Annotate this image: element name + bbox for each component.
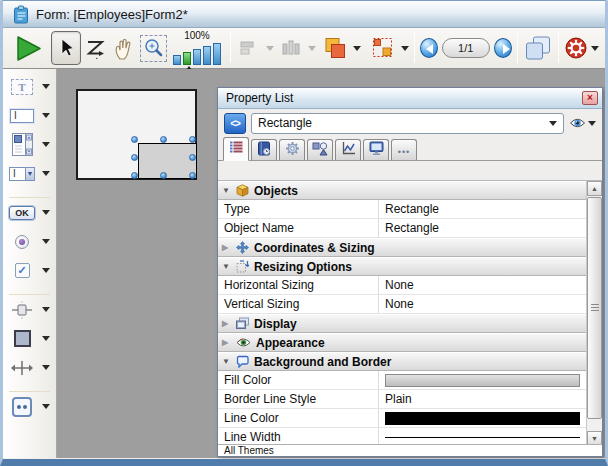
themes-footer[interactable]: All Themes	[218, 444, 602, 456]
selection-handle[interactable]	[160, 172, 167, 179]
radio-tool-icon	[9, 235, 35, 249]
tool-list-box-button[interactable]	[3, 130, 56, 159]
tool-input-dropdown[interactable]	[42, 113, 50, 118]
chart-tab-icon	[341, 141, 356, 160]
tab-properties[interactable]	[223, 137, 249, 161]
section-coordinates-sizing[interactable]: ▶Coordinates & Sizing	[218, 238, 586, 257]
selection-handle[interactable]	[131, 154, 138, 161]
property-value[interactable]: None	[378, 276, 586, 294]
tab-data[interactable]	[251, 139, 277, 160]
object-selector-combo[interactable]: Rectangle	[251, 113, 564, 134]
tool-slider-button[interactable]	[3, 295, 56, 324]
selection-handle[interactable]	[189, 136, 196, 143]
zoom-level-widget[interactable]: 100%	[173, 31, 221, 65]
layers-icon	[324, 37, 347, 59]
code-editor-button[interactable]: <>	[224, 113, 246, 134]
tool-splitter-dropdown[interactable]	[42, 365, 50, 370]
tool-plugin-dropdown[interactable]	[42, 404, 50, 409]
level-button[interactable]	[322, 31, 351, 65]
run-form-button[interactable]	[13, 31, 45, 65]
collapse-icon[interactable]: ▼	[222, 186, 231, 195]
tool-combo-box-button[interactable]: I▼	[3, 159, 56, 188]
form-canvas[interactable]: Property List × <> Rectangle	[57, 69, 605, 458]
select-tool-button[interactable]	[51, 31, 81, 65]
section-background-and-border[interactable]: ▼Background and Border	[218, 352, 586, 371]
collapse-icon[interactable]: ▼	[222, 262, 231, 271]
tool-plugin-button[interactable]	[3, 392, 56, 421]
section-appearance[interactable]: ▶Appearance	[218, 333, 586, 352]
collapse-icon[interactable]: ▼	[222, 357, 231, 366]
line-color-swatch[interactable]	[385, 412, 580, 425]
previous-page-button[interactable]	[420, 38, 438, 58]
tab-display[interactable]	[363, 139, 389, 160]
fill-color-swatch[interactable]	[385, 374, 580, 387]
pan-tool-button[interactable]	[110, 31, 139, 65]
zoom-bar-5[interactable]	[213, 43, 221, 65]
entry-order-button[interactable]	[81, 31, 110, 65]
selection-handle[interactable]	[189, 172, 196, 179]
section-display[interactable]: ▶Display	[218, 314, 586, 333]
zoom-bar-3[interactable]	[193, 49, 201, 65]
property-list-titlebar[interactable]: Property List ×	[218, 88, 602, 109]
line-width-sample[interactable]	[385, 437, 580, 438]
tool-text-dropdown[interactable]	[42, 84, 50, 89]
titlebar[interactable]: Form: [Employees]Form2*	[3, 1, 605, 28]
expand-icon[interactable]: ▶	[222, 243, 231, 252]
tool-combo-box-dropdown[interactable]	[42, 171, 50, 176]
tool-splitter-button[interactable]	[3, 353, 56, 382]
selection-handle[interactable]	[160, 136, 167, 143]
property-value[interactable]: Rectangle	[378, 219, 586, 237]
tool-radio-button-button[interactable]	[3, 227, 56, 256]
form-page[interactable]	[76, 89, 197, 180]
view-options-dropdown[interactable]	[588, 121, 596, 126]
expand-icon[interactable]: ▶	[222, 338, 231, 347]
tool-text-button[interactable]: T	[3, 72, 56, 101]
tool-checkbox-dropdown[interactable]	[42, 268, 50, 273]
expand-icon[interactable]: ▶	[222, 319, 231, 328]
zoom-bar-4[interactable]	[203, 46, 211, 65]
tab-events[interactable]	[335, 139, 361, 160]
tool-button-button[interactable]: OK	[3, 198, 56, 227]
tool-button-dropdown[interactable]	[42, 210, 50, 215]
group-button[interactable]	[369, 31, 398, 65]
tool-rectangle-button[interactable]	[3, 324, 56, 353]
tab-actions[interactable]	[279, 139, 305, 160]
tool-list-box-dropdown[interactable]	[42, 142, 50, 147]
tool-slider-dropdown[interactable]	[42, 307, 50, 312]
tab-more[interactable]: •••	[391, 139, 417, 160]
selection-handle[interactable]	[189, 154, 196, 161]
tool-checkbox-button[interactable]: ✓	[3, 256, 56, 285]
selection-handle[interactable]	[131, 172, 138, 179]
zoom-bar-1[interactable]	[173, 55, 181, 65]
tool-radio-button-dropdown[interactable]	[42, 239, 50, 244]
property-scrollbar[interactable]: ▲ ▼	[586, 180, 602, 446]
close-button[interactable]: ×	[582, 91, 598, 105]
view-options-button[interactable]	[569, 117, 596, 129]
display-pages-button[interactable]	[523, 31, 553, 65]
section-objects[interactable]: ▼Objects	[218, 181, 586, 200]
zoom-bars-icon[interactable]	[173, 42, 221, 65]
tool-rectangle-dropdown[interactable]	[42, 336, 50, 341]
property-value[interactable]: Plain	[378, 390, 586, 408]
zoom-bar-current[interactable]	[183, 52, 191, 65]
next-page-button[interactable]	[494, 38, 512, 58]
property-value[interactable]	[378, 371, 586, 389]
tool-input-button[interactable]: I	[3, 101, 56, 130]
group-dropdown[interactable]	[401, 46, 409, 51]
tab-objects[interactable]	[307, 139, 333, 160]
selection-handle[interactable]	[131, 136, 138, 143]
pages-icon	[524, 36, 551, 60]
settings-button[interactable]	[564, 31, 588, 65]
settings-dropdown[interactable]	[591, 46, 599, 51]
scroll-up-button[interactable]: ▲	[587, 181, 602, 196]
section-label: Appearance	[256, 336, 325, 350]
zoom-tool-button[interactable]	[139, 31, 169, 65]
scroll-grip-icon	[591, 304, 599, 311]
property-value[interactable]: Rectangle	[378, 200, 586, 218]
section-resizing-options[interactable]: ▼Resizing Options	[218, 257, 586, 276]
level-dropdown[interactable]	[353, 46, 361, 51]
property-value[interactable]: None	[378, 295, 586, 313]
play-icon	[15, 35, 43, 62]
scroll-thumb[interactable]	[587, 197, 602, 419]
property-value[interactable]	[378, 409, 586, 427]
